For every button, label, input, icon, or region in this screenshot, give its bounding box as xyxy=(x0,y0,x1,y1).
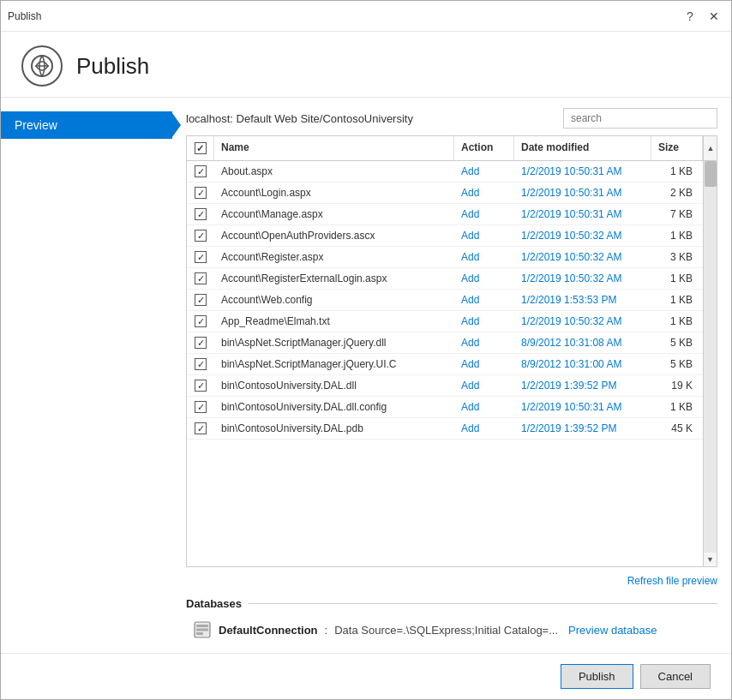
table-row: Account\Login.aspxAdd1/2/2019 10:50:31 A… xyxy=(187,182,703,204)
databases-section: Databases DefaultConnection : Da xyxy=(186,597,717,643)
file-table-header: Name Action Date modified Size ▲ xyxy=(187,136,717,161)
row-checkbox[interactable] xyxy=(195,165,207,177)
content-area: localhost: Default Web Site/ContosoUnive… xyxy=(172,98,731,653)
table-row: Account\Web.configAdd1/2/2019 1:53:53 PM… xyxy=(187,290,703,311)
close-button[interactable]: ✕ xyxy=(704,6,724,27)
row-name: bin\AspNet.ScriptManager.jQuery.dll xyxy=(214,332,454,353)
header-checkbox-cell xyxy=(187,136,214,160)
row-name: About.aspx xyxy=(214,161,454,182)
row-action: Add xyxy=(454,182,514,203)
col-size: Size xyxy=(651,136,703,160)
row-checkbox[interactable] xyxy=(195,187,207,199)
row-action: Add xyxy=(454,225,514,246)
scroll-down-btn[interactable]: ▼ xyxy=(704,553,717,566)
row-size: 7 KB xyxy=(651,204,703,224)
row-size: 1 KB xyxy=(651,161,703,182)
preview-database-link[interactable]: Preview database xyxy=(568,624,657,637)
row-checkbox[interactable] xyxy=(195,380,207,392)
db-connection-name: DefaultConnection xyxy=(219,624,318,637)
sidebar: Preview xyxy=(1,98,172,653)
select-all-checkbox[interactable] xyxy=(195,142,207,154)
svg-rect-3 xyxy=(196,625,208,627)
row-name: App_Readme\Elmah.txt xyxy=(214,311,454,332)
row-size: 1 KB xyxy=(651,225,703,246)
row-name: Account\Web.config xyxy=(214,290,454,310)
scroll-track[interactable] xyxy=(704,161,717,553)
row-action: Add xyxy=(454,375,514,396)
row-date: 8/9/2012 10:31:08 AM xyxy=(514,332,651,353)
row-checkbox-cell xyxy=(187,248,214,266)
table-row: Account\Manage.aspxAdd1/2/2019 10:50:31 … xyxy=(187,204,703,225)
row-checkbox-cell xyxy=(187,162,214,181)
sidebar-item-preview-label: Preview xyxy=(15,118,57,132)
row-size: 3 KB xyxy=(651,247,703,267)
row-size: 45 K xyxy=(651,418,703,439)
row-date: 1/2/2019 10:50:31 AM xyxy=(514,161,651,182)
row-checkbox[interactable] xyxy=(195,358,207,370)
db-connection-value: Data Source=.\SQLExpress;Initial Catalog… xyxy=(334,624,558,637)
row-action: Add xyxy=(454,397,514,417)
sidebar-item-preview[interactable]: Preview xyxy=(1,111,172,139)
row-date: 1/2/2019 10:50:31 AM xyxy=(514,397,651,417)
row-action: Add xyxy=(454,161,514,182)
title-bar-controls: ? ✕ xyxy=(680,6,724,27)
search-input[interactable] xyxy=(563,108,717,129)
row-action: Add xyxy=(454,332,514,353)
row-checkbox[interactable] xyxy=(195,422,207,434)
row-checkbox-cell xyxy=(187,226,214,245)
row-checkbox-cell xyxy=(187,355,214,374)
row-date: 1/2/2019 10:50:32 AM xyxy=(514,225,651,246)
table-row: Account\Register.aspxAdd1/2/2019 10:50:3… xyxy=(187,247,703,268)
scroll-thumb xyxy=(705,161,717,187)
publish-icon xyxy=(21,45,63,87)
table-row: App_Readme\Elmah.txtAdd1/2/2019 10:50:32… xyxy=(187,311,703,332)
row-checkbox-cell xyxy=(187,205,214,224)
row-action: Add xyxy=(454,354,514,374)
row-date: 1/2/2019 10:50:32 AM xyxy=(514,268,651,289)
row-action: Add xyxy=(454,204,514,224)
databases-label: Databases xyxy=(186,597,242,610)
file-table-body: About.aspxAdd1/2/2019 10:50:31 AM1 KBAcc… xyxy=(187,161,703,566)
col-date: Date modified xyxy=(514,136,651,160)
row-action: Add xyxy=(454,290,514,310)
row-date: 1/2/2019 10:50:32 AM xyxy=(514,311,651,332)
row-action: Add xyxy=(454,268,514,289)
row-name: bin\AspNet.ScriptManager.jQuery.UI.C xyxy=(214,354,454,374)
row-size: 1 KB xyxy=(651,290,703,310)
table-row: Account\OpenAuthProviders.ascxAdd1/2/201… xyxy=(187,225,703,247)
row-checkbox-cell xyxy=(187,183,214,202)
help-button[interactable]: ? xyxy=(680,6,700,27)
row-checkbox[interactable] xyxy=(195,294,207,306)
table-row: About.aspxAdd1/2/2019 10:50:31 AM1 KB xyxy=(187,161,703,182)
scroll-up-btn[interactable]: ▲ xyxy=(704,141,717,155)
row-checkbox[interactable] xyxy=(195,208,207,220)
refresh-link-container: Refresh file preview xyxy=(186,571,717,590)
refresh-file-preview-link[interactable]: Refresh file preview xyxy=(627,575,717,587)
publish-dialog: Publish ? ✕ Publish Preview xyxy=(0,0,732,700)
row-name: Account\Register.aspx xyxy=(214,247,454,267)
cancel-button[interactable]: Cancel xyxy=(640,664,711,689)
row-checkbox-cell xyxy=(187,419,214,438)
row-checkbox[interactable] xyxy=(195,401,207,413)
databases-divider xyxy=(249,603,717,604)
row-checkbox[interactable] xyxy=(195,272,207,284)
row-checkbox[interactable] xyxy=(195,251,207,263)
row-size: 5 KB xyxy=(651,354,703,374)
row-action: Add xyxy=(454,418,514,439)
header-area: Publish xyxy=(1,32,731,98)
row-checkbox[interactable] xyxy=(195,230,207,242)
row-size: 19 K xyxy=(651,375,703,396)
footer: Publish Cancel xyxy=(1,653,731,699)
title-bar: Publish ? ✕ xyxy=(1,1,731,32)
row-size: 1 KB xyxy=(651,268,703,289)
db-icon xyxy=(193,620,212,639)
publish-button[interactable]: Publish xyxy=(561,664,633,689)
row-date: 1/2/2019 1:53:53 PM xyxy=(514,290,651,310)
row-checkbox[interactable] xyxy=(195,337,207,349)
table-row: bin\ContosoUniversity.DAL.dllAdd1/2/2019… xyxy=(187,375,703,397)
row-checkbox[interactable] xyxy=(195,315,207,327)
table-row: bin\AspNet.ScriptManager.jQuery.UI.CAdd8… xyxy=(187,354,703,375)
row-checkbox-cell xyxy=(187,398,214,416)
preview-header: localhost: Default Web Site/ContosoUnive… xyxy=(186,108,717,129)
row-date: 1/2/2019 1:39:52 PM xyxy=(514,375,651,396)
